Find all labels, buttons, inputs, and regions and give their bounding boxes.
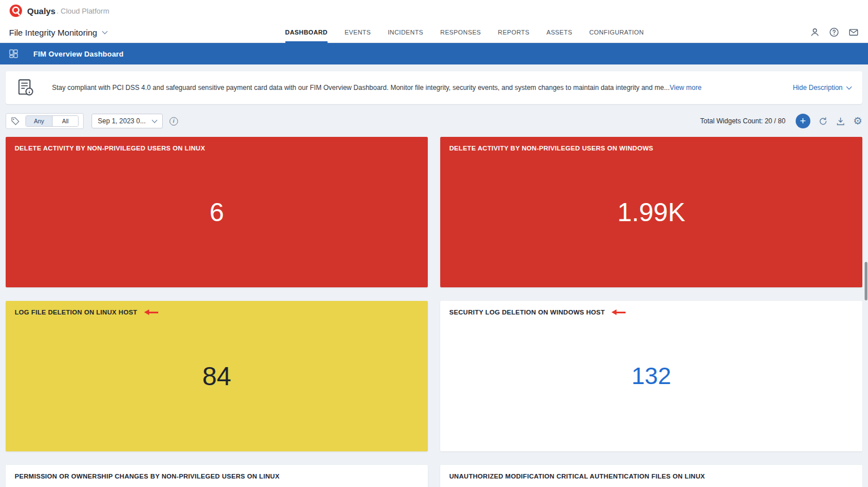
tab-responses[interactable]: RESPONSES (440, 21, 481, 43)
add-widget-button[interactable]: + (796, 114, 810, 128)
dashboard-toolbar: Any All Sep 1, 2023 0... i Total Widgets… (6, 113, 862, 129)
any-all-toggle: Any All (25, 115, 79, 127)
widget-value: 1.99K (440, 197, 862, 227)
description-card: Stay compliant with PCI DSS 4.0 and safe… (6, 71, 862, 104)
widget-title: DELETE ACTIVITY BY NON-PRIVILEGED USERS … (449, 145, 653, 152)
description-text-body: Stay compliant with PCI DSS 4.0 and safe… (52, 84, 670, 92)
widget-title: PERMISSION OR OWNERSHIP CHANGES BY NON-P… (15, 473, 280, 480)
widget-security-log-deletion-windows[interactable]: SECURITY LOG DELETION ON WINDOWS HOST 13… (440, 301, 862, 451)
nav-bar: File Integrity Monitoring DASHBOARD EVEN… (0, 21, 868, 43)
dashboard-title: FIM Overview Dashboard (33, 50, 124, 58)
widget-title: LOG FILE DELETION ON LINUX HOST (15, 309, 137, 316)
tag-icon[interactable] (11, 117, 20, 126)
info-icon[interactable]: i (170, 117, 178, 126)
help-icon[interactable] (829, 27, 839, 37)
view-more-link[interactable]: View more (670, 84, 701, 92)
widget-value: 6 (6, 197, 428, 227)
top-bar: Qualys . Cloud Platform (0, 0, 868, 21)
download-icon[interactable] (836, 117, 845, 126)
tab-events[interactable]: EVENTS (345, 21, 371, 43)
widgets-grid: DELETE ACTIVITY BY NON-PRIVILEGED USERS … (6, 137, 862, 487)
hide-description-button[interactable]: Hide Description (793, 84, 851, 92)
widget-log-file-deletion-linux[interactable]: LOG FILE DELETION ON LINUX HOST 84 (6, 301, 428, 451)
tab-incidents[interactable]: INCIDENTS (388, 21, 423, 43)
widgets-count-label: Total Widgets Count: 20 / 80 (700, 117, 785, 125)
toolbar-right-group: Total Widgets Count: 20 / 80 + ⚙ (700, 114, 862, 128)
tab-configuration[interactable]: CONFIGURATION (589, 21, 644, 43)
widget-title: UNAUTHORIZED MODIFICATION CRITICAL AUTHE… (449, 473, 705, 480)
widget-title: DELETE ACTIVITY BY NON-PRIVILEGED USERS … (15, 145, 205, 152)
dashboard-picker-icon[interactable] (8, 49, 19, 59)
description-text: Stay compliant with PCI DSS 4.0 and safe… (52, 84, 782, 92)
dashboard-banner: FIM Overview Dashboard (0, 43, 868, 64)
brand-name: Qualys (27, 6, 55, 16)
widget-value: 84 (6, 361, 428, 391)
description-document-icon (17, 79, 34, 97)
toggle-all-button[interactable]: All (52, 116, 78, 126)
nav-icon-group (810, 21, 859, 43)
toggle-any-button[interactable]: Any (26, 116, 52, 126)
gear-icon[interactable]: ⚙ (853, 116, 862, 126)
app-switcher[interactable]: File Integrity Monitoring (9, 21, 107, 43)
user-icon[interactable] (810, 27, 820, 37)
widget-unauthorized-modification-auth-files-linux[interactable]: UNAUTHORIZED MODIFICATION CRITICAL AUTHE… (440, 465, 862, 487)
nav-tabs: DASHBOARD EVENTS INCIDENTS RESPONSES REP… (285, 21, 644, 43)
annotation-arrow-icon (144, 309, 158, 316)
main-content: Stay compliant with PCI DSS 4.0 and safe… (0, 71, 868, 487)
refresh-icon[interactable] (818, 117, 828, 126)
tag-filter-group: Any All (6, 113, 84, 129)
app-switcher-label: File Integrity Monitoring (9, 28, 97, 37)
tab-dashboard[interactable]: DASHBOARD (285, 21, 328, 43)
widget-title: SECURITY LOG DELETION ON WINDOWS HOST (449, 309, 605, 316)
mail-icon[interactable] (848, 27, 859, 37)
date-range-value: Sep 1, 2023 0... (98, 117, 146, 125)
tab-assets[interactable]: ASSETS (546, 21, 572, 43)
brand-suffix: . Cloud Platform (57, 7, 109, 15)
date-range-select[interactable]: Sep 1, 2023 0... (92, 114, 163, 128)
widget-value: 132 (440, 363, 862, 390)
annotation-arrow-icon (611, 309, 626, 316)
widget-permission-ownership-changes-linux[interactable]: PERMISSION OR OWNERSHIP CHANGES BY NON-P… (6, 465, 428, 487)
widget-delete-activity-linux[interactable]: DELETE ACTIVITY BY NON-PRIVILEGED USERS … (6, 137, 428, 287)
chevron-down-icon (102, 28, 107, 34)
chevron-down-icon (151, 117, 157, 123)
widget-delete-activity-windows[interactable]: DELETE ACTIVITY BY NON-PRIVILEGED USERS … (440, 137, 862, 287)
qualys-logo-icon[interactable] (9, 4, 23, 18)
tab-reports[interactable]: REPORTS (498, 21, 530, 43)
hide-description-label: Hide Description (793, 84, 843, 92)
scrollbar-thumb[interactable] (865, 262, 867, 300)
chevron-down-icon (847, 84, 852, 89)
